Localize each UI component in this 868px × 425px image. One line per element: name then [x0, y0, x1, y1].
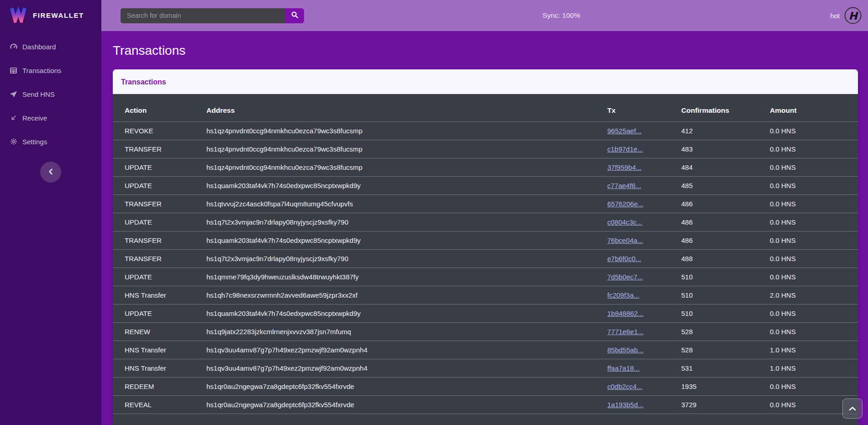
tx-link[interactable]: 1a193b5d...: [607, 401, 643, 409]
search-input[interactable]: [121, 8, 285, 23]
address-cell: hs1qz4pnvdnt0ccg94nmkhcu0ezca79wc3s8fucs…: [195, 122, 595, 140]
page-title: Transactions: [113, 43, 858, 58]
sidebar: FIREWALLET Dashboard Transactions: [0, 0, 101, 425]
tx-link[interactable]: c1b97d1e...: [607, 145, 643, 153]
action-cell: REDEEM: [113, 378, 195, 396]
confirmations-cell: 483: [669, 140, 758, 158]
column-header-amount: Amount: [758, 94, 858, 122]
tx-link[interactable]: 85bd55ab...: [607, 346, 643, 354]
sidebar-item-settings[interactable]: Settings: [0, 130, 101, 153]
table-row: HNS Transfer hs1qv3uu4amv87g7p7h49xez2pm…: [113, 359, 858, 378]
action-cell: UPDATE: [113, 177, 195, 195]
amount-cell: 0.0 HNS: [758, 268, 858, 286]
amount-cell: 0.0 HNS: [758, 177, 858, 195]
tx-link[interactable]: 6576206e...: [607, 200, 643, 208]
confirmations-cell: 485: [669, 177, 758, 195]
address-cell: hs1q7t2x3vmjac9n7drlapy08nyjyscjz9xsfky7…: [195, 213, 595, 231]
gear-icon: [9, 138, 18, 145]
tx-link[interactable]: 96525aef...: [607, 127, 642, 135]
scroll-to-top-button[interactable]: [842, 399, 863, 419]
brand[interactable]: FIREWALLET: [0, 0, 101, 30]
transactions-table: Action Address Tx Confirmations Amount R…: [113, 94, 858, 414]
confirmations-cell: 528: [669, 323, 758, 341]
table-icon: [9, 67, 18, 74]
table-row: TRANSFER hs1quamk203taf4vk7h74s0edxpwc85…: [113, 231, 858, 250]
address-cell: hs1qv3uu4amv87g7p7h49xez2pmzwjf92am0wzpn…: [195, 341, 595, 359]
table-header-row: Action Address Tx Confirmations Amount: [113, 94, 858, 122]
table-row: REVEAL hs1qr0au2ngegwa7za8gdeptc6fp32fkv…: [113, 396, 858, 414]
confirmations-cell: 486: [669, 213, 758, 231]
chevron-up-icon: [849, 405, 856, 412]
transactions-card: Transactions Action Address Tx Confirmat…: [113, 69, 858, 425]
card-header: Transactions: [113, 69, 858, 94]
sidebar-item-receive[interactable]: Receive: [0, 106, 101, 130]
action-cell: TRANSFER: [113, 195, 195, 213]
sidebar-item-dashboard[interactable]: Dashboard: [0, 35, 101, 58]
address-cell: hs1quamk203taf4vk7h74s0edxpwc85ncptxwpkd…: [195, 177, 595, 195]
tx-link[interactable]: ffaa7a18...: [607, 364, 640, 372]
address-cell: hs1qz4pnvdnt0ccg94nmkhcu0ezca79wc3s8fucs…: [195, 158, 595, 177]
sidebar-collapse-button[interactable]: [40, 162, 61, 183]
tx-link[interactable]: fc209f3a...: [607, 291, 639, 299]
table-row: UPDATE hs1quamk203taf4vk7h74s0edxpwc85nc…: [113, 177, 858, 195]
action-cell: UPDATE: [113, 268, 195, 286]
address-cell: hs1qr0au2ngegwa7za8gdeptc6fp32fkv554fxrv…: [195, 396, 595, 414]
action-cell: TRANSFER: [113, 231, 195, 250]
wallet-name: hot: [830, 12, 840, 20]
amount-cell: 2.0 HNS: [758, 286, 858, 304]
table-row: REVOKE hs1qz4pnvdnt0ccg94nmkhcu0ezca79wc…: [113, 122, 858, 140]
arrow-down-left-icon: [9, 114, 18, 121]
action-cell: RENEW: [113, 323, 195, 341]
tx-link[interactable]: 7771e6e1...: [607, 328, 643, 336]
table-row: REDEEM hs1qr0au2ngegwa7za8gdeptc6fp32fkv…: [113, 378, 858, 396]
brand-name: FIREWALLET: [33, 11, 84, 19]
gauge-icon: [9, 42, 18, 51]
amount-cell: 0.0 HNS: [758, 304, 858, 323]
action-cell: UPDATE: [113, 304, 195, 323]
sidebar-item-label: Receive: [22, 114, 47, 122]
tx-link[interactable]: 1b848862...: [607, 310, 643, 317]
address-cell: hs1qtvvuj2zc4asck0fspa7l4uqm8umg45cfvupv…: [195, 195, 595, 213]
table-row: UPDATE hs1qmme79fq3dy9hweuzuslksdw48trwu…: [113, 268, 858, 286]
tx-link[interactable]: 7d5b0ec7...: [607, 273, 643, 281]
search-icon: [291, 11, 299, 20]
sidebar-item-label: Transactions: [22, 67, 61, 74]
amount-cell: 0.0 HNS: [758, 250, 858, 268]
sidebar-item-label: Settings: [22, 138, 47, 146]
confirmations-cell: 486: [669, 231, 758, 250]
column-header-tx: Tx: [595, 94, 669, 122]
table-row: TRANSFER hs1qtvvuj2zc4asck0fspa7l4uqm8um…: [113, 195, 858, 213]
sidebar-item-transactions[interactable]: Transactions: [0, 58, 101, 82]
action-cell: REVOKE: [113, 122, 195, 140]
action-cell: HNS Transfer: [113, 341, 195, 359]
search-button[interactable]: [285, 8, 304, 23]
confirmations-cell: 1935: [669, 378, 758, 396]
handshake-logo-icon[interactable]: H: [844, 7, 862, 24]
confirmations-cell: 528: [669, 341, 758, 359]
address-cell: hs1q7t2x3vmjac9n7drlapy08nyjyscjz9xsfky7…: [195, 250, 595, 268]
sidebar-item-label: Dashboard: [22, 43, 56, 51]
action-cell: TRANSFER: [113, 140, 195, 158]
amount-cell: 0.0 HNS: [758, 140, 858, 158]
address-cell: hs1q9jatx22283jzkcmlrnenjxvvzv387jsn7mfu…: [195, 323, 595, 341]
transactions-table-container: Action Address Tx Confirmations Amount R…: [113, 94, 858, 425]
table-row: UPDATE hs1q7t2x3vmjac9n7drlapy08nyjyscjz…: [113, 213, 858, 231]
amount-cell: 0.0 HNS: [758, 378, 858, 396]
action-cell: TRANSFER: [113, 250, 195, 268]
main-content: Transactions Transactions Action Address…: [101, 31, 868, 425]
table-row: RENEW hs1q9jatx22283jzkcmlrnenjxvvzv387j…: [113, 323, 858, 341]
action-cell: UPDATE: [113, 213, 195, 231]
tx-link[interactable]: c0804c3c...: [607, 218, 642, 226]
tx-link[interactable]: c0db2cc4...: [607, 383, 642, 390]
tx-link[interactable]: 37f959b4...: [607, 163, 642, 171]
confirmations-cell: 510: [669, 268, 758, 286]
sidebar-item-send-hns[interactable]: Send HNS: [0, 82, 101, 106]
card-title: Transactions: [121, 78, 166, 86]
tx-link[interactable]: e7b6f0c0...: [607, 255, 641, 262]
action-cell: HNS Transfer: [113, 359, 195, 378]
action-cell: REVEAL: [113, 396, 195, 414]
wallet-account[interactable]: hot H: [830, 7, 862, 24]
confirmations-cell: 412: [669, 122, 758, 140]
tx-link[interactable]: c77ae4f6...: [607, 182, 641, 189]
tx-link[interactable]: 76bce04a...: [607, 236, 643, 244]
